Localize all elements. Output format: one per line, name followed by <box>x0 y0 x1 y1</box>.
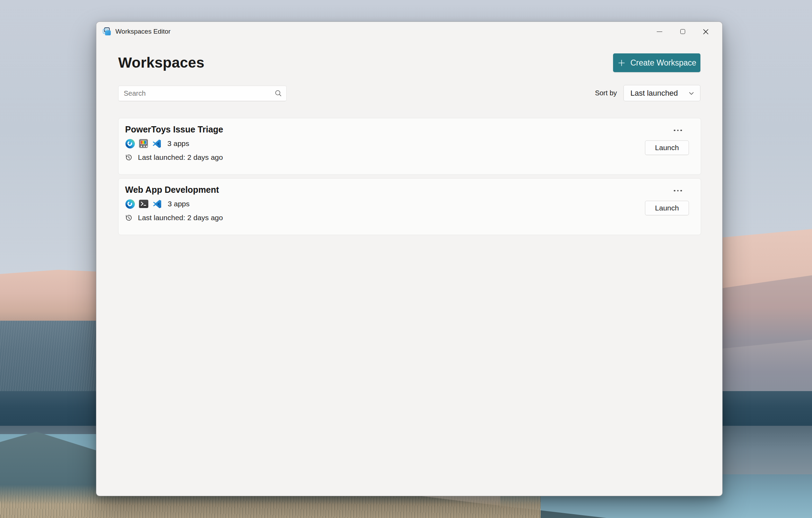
launch-button[interactable]: Launch <box>645 140 689 155</box>
workspaces-editor-window: Workspaces Editor Workspaces Create Work… <box>96 21 723 496</box>
close-icon <box>703 29 709 35</box>
maximize-icon <box>680 29 685 34</box>
search-box <box>118 86 287 101</box>
workspace-card[interactable]: PowerToys Issue Triage <box>118 118 701 175</box>
maximize-button[interactable] <box>671 24 694 40</box>
sort-dropdown[interactable]: Last launched <box>623 85 700 101</box>
workspace-app-icons: 3 apps <box>125 199 190 209</box>
vs-code-icon <box>152 199 162 209</box>
powertoys-icon <box>139 139 148 148</box>
workspace-name: Web App Development <box>125 185 219 195</box>
workspaces-app-icon <box>102 27 112 36</box>
last-launched-row: Last launched: 2 days ago <box>125 153 223 162</box>
history-clock-icon <box>125 214 133 222</box>
search-icon <box>274 89 282 97</box>
minimize-button[interactable] <box>648 24 671 40</box>
page-title: Workspaces <box>118 54 204 71</box>
more-icon <box>674 130 675 131</box>
chevron-down-icon <box>688 89 695 97</box>
desktop: { "colors": { "accent": "#267b88" }, "ti… <box>0 0 812 518</box>
sort-dropdown-value: Last launched <box>630 89 688 98</box>
workspace-app-icons: 3 apps <box>125 138 189 149</box>
apps-count: 3 apps <box>167 139 189 148</box>
create-workspace-label: Create Workspace <box>630 58 696 68</box>
terminal-icon <box>139 200 148 208</box>
search-input[interactable] <box>118 86 287 101</box>
close-button[interactable] <box>694 24 717 40</box>
last-launched-text: Last launched: 2 days ago <box>138 153 223 162</box>
plus-icon <box>617 59 626 67</box>
vs-code-icon <box>152 139 162 149</box>
launch-label: Launch <box>655 144 679 152</box>
minimize-icon <box>657 32 662 32</box>
workspace-name: PowerToys Issue Triage <box>125 124 223 135</box>
more-options-button[interactable] <box>671 126 685 135</box>
last-launched-text: Last launched: 2 days ago <box>138 214 223 222</box>
workspace-card[interactable]: Web App Development 3 apps <box>118 178 701 235</box>
window-title: Workspaces Editor <box>115 28 171 35</box>
more-icon <box>674 190 675 192</box>
titlebar[interactable]: Workspaces Editor <box>96 22 722 41</box>
create-workspace-button[interactable]: Create Workspace <box>613 53 700 72</box>
last-launched-row: Last launched: 2 days ago <box>125 214 223 222</box>
history-clock-icon <box>125 154 133 162</box>
sort-group: Sort by Last launched <box>595 85 700 101</box>
microsoft-edge-icon <box>125 139 135 149</box>
apps-count: 3 apps <box>168 200 190 208</box>
more-options-button[interactable] <box>671 186 685 195</box>
launch-button[interactable]: Launch <box>645 201 689 215</box>
window-controls <box>648 24 717 40</box>
microsoft-edge-icon <box>125 199 135 209</box>
sort-by-label: Sort by <box>595 89 617 97</box>
launch-label: Launch <box>655 204 679 212</box>
